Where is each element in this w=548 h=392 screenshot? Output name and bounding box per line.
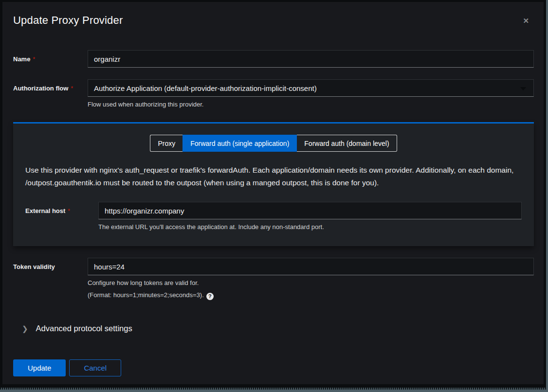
page-background-right-edge	[546, 0, 548, 392]
external-host-help: The external URL you'll access the appli…	[98, 223, 522, 232]
token-validity-help-line2: (Format: hours=1;minutes=2;seconds=3).?	[88, 291, 534, 300]
required-asterisk: *	[33, 56, 35, 63]
help-circle-icon[interactable]: ?	[206, 293, 214, 300]
authorization-flow-selected-value: Authorize Application (default-provider-…	[94, 84, 317, 92]
proxy-mode-card: Proxy Forward auth (single application) …	[13, 122, 534, 246]
provider-form: Name* Authorization flow* Authorize Appl…	[2, 50, 544, 376]
tab-proxy[interactable]: Proxy	[150, 135, 183, 152]
authorization-flow-field: Authorize Application (default-provider-…	[88, 79, 534, 109]
name-label: Name*	[13, 50, 88, 63]
authorization-flow-select[interactable]: Authorize Application (default-provider-…	[88, 79, 534, 97]
modal-title: Update Proxy Provider	[13, 14, 123, 27]
modal-actions: Update Cancel	[13, 359, 534, 376]
external-host-label: External host*	[25, 202, 98, 214]
chevron-right-icon: ❯	[22, 325, 28, 332]
token-validity-help-line1: Configure how long tokens are valid for.	[88, 279, 534, 287]
name-input[interactable]	[88, 50, 534, 68]
page-background-bottom-edge	[0, 390, 548, 392]
cancel-button[interactable]: Cancel	[69, 359, 121, 376]
required-asterisk: *	[71, 85, 73, 92]
proxy-mode-toggle-group: Proxy Forward auth (single application) …	[25, 135, 522, 152]
external-host-row: External host* The external URL you'll a…	[25, 202, 522, 232]
authorization-flow-help: Flow used when authorizing this provider…	[88, 100, 534, 109]
modal-header: Update Proxy Provider ✕	[2, 2, 544, 27]
external-host-input[interactable]	[98, 202, 522, 219]
external-host-field: The external URL you'll access the appli…	[98, 202, 522, 232]
chevron-down-icon	[520, 87, 526, 90]
update-button[interactable]: Update	[13, 359, 66, 376]
authorization-flow-label: Authorization flow*	[13, 79, 88, 92]
update-proxy-provider-modal: Update Proxy Provider ✕ Name* Authorizat…	[2, 2, 544, 384]
token-validity-label: Token validity	[13, 258, 88, 270]
tab-forward-auth-domain-level[interactable]: Forward auth (domain level)	[297, 135, 397, 152]
required-asterisk: *	[68, 208, 70, 214]
token-validity-row: Token validity Configure how long tokens…	[13, 258, 534, 300]
close-icon[interactable]: ✕	[519, 15, 533, 26]
mode-description: Use this provider with nginx's auth_requ…	[25, 164, 522, 189]
token-validity-field: Configure how long tokens are valid for.…	[88, 258, 534, 300]
name-field-row: Name*	[13, 50, 534, 68]
token-validity-input[interactable]	[88, 258, 534, 275]
advanced-protocol-settings-toggle[interactable]: ❯ Advanced protocol settings	[13, 324, 534, 333]
tab-forward-auth-single-application[interactable]: Forward auth (single application)	[183, 135, 297, 152]
advanced-protocol-settings-label: Advanced protocol settings	[36, 324, 132, 333]
screenshot-frame: Update Proxy Provider ✕ Name* Authorizat…	[0, 0, 548, 392]
authorization-flow-row: Authorization flow* Authorize Applicatio…	[13, 79, 534, 109]
